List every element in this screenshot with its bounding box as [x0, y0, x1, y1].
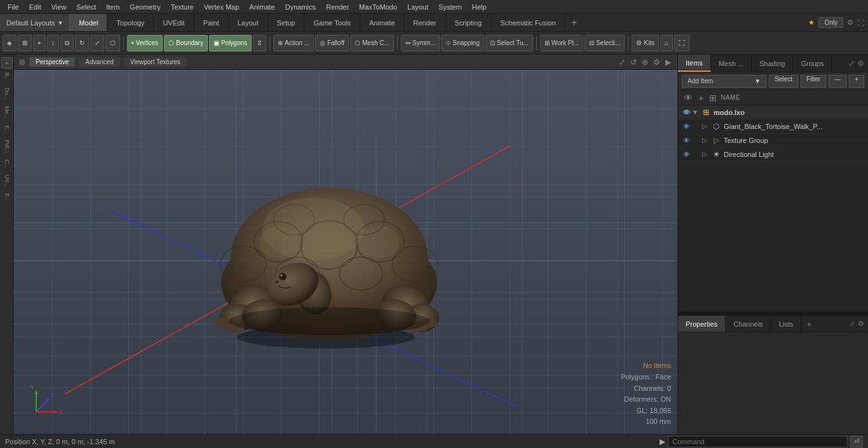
- menu-edit[interactable]: Edit: [24, 2, 46, 12]
- toolbar-select-tu-btn[interactable]: ⊡ Select Tu...: [485, 35, 533, 51]
- menu-animate[interactable]: Animate: [244, 2, 280, 12]
- toolbar-vertices-btn[interactable]: • Vertices: [127, 35, 163, 51]
- panel-tab-mesh[interactable]: Mesh ...: [711, 55, 752, 72]
- add-item-button[interactable]: Add Item ▼: [682, 75, 766, 88]
- menu-render[interactable]: Render: [321, 2, 354, 12]
- items-add-icon[interactable]: +: [696, 93, 705, 103]
- menu-view[interactable]: View: [46, 2, 72, 12]
- toolbar-copy-icon[interactable]: ⧉: [60, 35, 74, 51]
- eye-icon-directional-light[interactable]: 👁: [681, 149, 692, 160]
- tree-icon-texture: ▷: [711, 135, 721, 146]
- toolbar-grid-icon[interactable]: ⊞: [18, 35, 32, 51]
- items-filter-icon[interactable]: ⊞: [707, 93, 719, 103]
- toolbar-rotate-icon[interactable]: ↻: [75, 35, 89, 51]
- toolbar-polygons-btn[interactable]: ▣ Polygons: [209, 35, 252, 51]
- menu-item[interactable]: Item: [101, 2, 125, 12]
- menu-layout[interactable]: Layout: [402, 2, 433, 12]
- viewport-search-icon[interactable]: ⊕: [641, 58, 649, 67]
- menu-vertex-map[interactable]: Vertex Map: [199, 2, 245, 12]
- toolbar-lasso-icon[interactable]: ⌖: [33, 35, 46, 51]
- tab-scripting[interactable]: Scripting: [445, 14, 491, 31]
- toolbar-home-btn[interactable]: ⌂: [660, 35, 673, 51]
- viewport-tab-advanced[interactable]: Advanced: [79, 57, 119, 67]
- tree-arrow-mesh: ▷: [702, 123, 711, 130]
- properties-add-tab-btn[interactable]: +: [801, 316, 817, 332]
- panel-tab-shading[interactable]: Shading: [752, 55, 793, 72]
- viewport-3d[interactable]: No Items Polygons : Face Channels: 0 Def…: [14, 70, 677, 434]
- toolbar-transform-icon[interactable]: ↕: [47, 35, 59, 51]
- panel-tab-groups[interactable]: Groups: [793, 55, 832, 72]
- panel-settings-icon[interactable]: ⚙: [857, 59, 864, 68]
- menu-file[interactable]: File: [3, 2, 24, 12]
- fullscreen-icon[interactable]: ⛶: [857, 19, 864, 27]
- viewport-refresh-icon[interactable]: ↺: [629, 58, 638, 67]
- toolbar-work-pl-btn[interactable]: ⊞ Work Pl...: [540, 35, 583, 51]
- viewport-tab-perspective[interactable]: Perspective: [29, 57, 75, 67]
- toolbar-mesh-btn[interactable]: ⬡ Mesh C...: [350, 35, 394, 51]
- toolbar-boundary-btn[interactable]: ⬡ Boundary: [164, 35, 208, 51]
- menu-dynamics[interactable]: Dynamics: [280, 2, 321, 12]
- toolbar-action-btn[interactable]: ⊕ Action ...: [273, 35, 314, 51]
- menu-texture[interactable]: Texture: [166, 2, 199, 12]
- eye-icon-texture-group[interactable]: 👁: [681, 135, 692, 146]
- channels-tab[interactable]: Channels: [726, 316, 771, 332]
- viewport-chevron-icon[interactable]: ▶: [664, 58, 672, 67]
- tree-item-root[interactable]: 👁 ▼ ⊞ modo.lxo: [678, 105, 868, 119]
- toolbar-falloff-btn[interactable]: ◎ Falloff: [315, 35, 349, 51]
- tab-layout[interactable]: Layout: [229, 14, 268, 31]
- menu-help[interactable]: Help: [467, 2, 492, 12]
- properties-panel-tabs: Properties Channels Lists + ⤢ ⚙: [678, 316, 868, 332]
- command-submit-btn[interactable]: ⏎: [850, 436, 863, 447]
- toolbar-mode-extra[interactable]: ⧖: [253, 35, 266, 51]
- only-button[interactable]: Only: [818, 17, 843, 28]
- tab-add-button[interactable]: +: [566, 14, 583, 31]
- toolbar-kits-btn[interactable]: ⚙ Kits: [632, 35, 659, 51]
- tab-paint[interactable]: Paint: [194, 14, 229, 31]
- boundary-icon: ⬡: [168, 39, 174, 46]
- menu-system[interactable]: System: [433, 2, 467, 12]
- toolbar-expand-btn[interactable]: ⛶: [674, 35, 689, 51]
- layouts-dropdown[interactable]: Default Layouts ▼: [0, 14, 70, 31]
- properties-tab[interactable]: Properties: [678, 316, 726, 332]
- toolbar-snapping-btn[interactable]: ⊹ Snapping: [441, 35, 484, 51]
- tab-game-tools[interactable]: Game Tools: [304, 14, 360, 31]
- lists-tab[interactable]: Lists: [771, 316, 802, 332]
- toolbar-selecti-btn[interactable]: ⊟ Selecti...: [585, 35, 625, 51]
- toolbar-shield-icon[interactable]: ⬡: [105, 35, 120, 51]
- tree-item-mesh[interactable]: 👁 ▷ ⬡ Giant_Black_Tortoise_Walk_P...: [678, 119, 868, 133]
- items-more-btn[interactable]: —: [829, 75, 846, 88]
- panel-expand-icon[interactable]: ⤢: [848, 59, 855, 68]
- tab-animate[interactable]: Animate: [360, 14, 404, 31]
- items-eye-icon[interactable]: 👁: [682, 93, 695, 103]
- tree-item-texture-group[interactable]: 👁 ▷ ▷ Texture Group: [678, 133, 868, 147]
- menu-max-to-modo[interactable]: MaxToModo: [354, 2, 402, 12]
- command-input[interactable]: [668, 436, 848, 447]
- falloff-label: Falloff: [327, 39, 344, 46]
- tab-model[interactable]: Model: [70, 14, 107, 31]
- eye-icon-root[interactable]: 👁: [681, 107, 692, 118]
- viewport-tab-textures[interactable]: Viewport Textures: [124, 57, 187, 67]
- viewport-settings-icon[interactable]: ⚙: [652, 58, 661, 67]
- tab-schematic-fusion[interactable]: Schematic Fusion: [491, 14, 565, 31]
- filter-button[interactable]: Filter: [801, 75, 826, 88]
- toolbar-symm-btn[interactable]: ⇔ Symm...: [401, 35, 440, 51]
- tab-uvedit[interactable]: UVEdit: [154, 14, 194, 31]
- panel-tab-items[interactable]: Items: [678, 55, 711, 72]
- tab-topology[interactable]: Topology: [107, 14, 154, 31]
- toolbar-scale-icon[interactable]: ⤢: [90, 35, 104, 51]
- items-extra-btn[interactable]: +: [849, 75, 864, 88]
- viewport-home-icon[interactable]: ⤢: [618, 58, 627, 67]
- action-icon: ⊕: [278, 39, 283, 46]
- eye-icon-mesh[interactable]: 👁: [681, 121, 692, 132]
- tree-item-directional-light[interactable]: 👁 ▷ ☀ Directional Light: [678, 147, 868, 161]
- sidebar-collapse-btn[interactable]: ≡: [1, 57, 13, 69]
- toolbar-select-mode[interactable]: ◈: [3, 35, 17, 51]
- select-button[interactable]: Select: [769, 75, 798, 88]
- tab-setup[interactable]: Setup: [268, 14, 305, 31]
- properties-settings-icon[interactable]: ⚙: [858, 320, 864, 328]
- settings-icon[interactable]: ⚙: [847, 18, 853, 27]
- menu-geometry[interactable]: Geometry: [125, 2, 165, 12]
- menu-select[interactable]: Select: [71, 2, 101, 12]
- tab-render[interactable]: Render: [404, 14, 445, 31]
- properties-expand-icon[interactable]: ⤢: [850, 320, 855, 328]
